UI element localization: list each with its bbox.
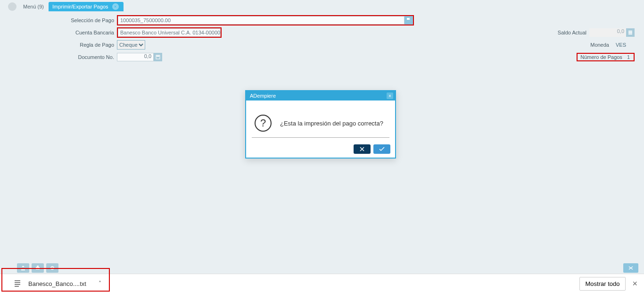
download-item[interactable]: Banesco_Banco....txt ˄ [7, 276, 108, 291]
svg-rect-2 [628, 33, 632, 34]
documento-no-input[interactable]: 0,0 [117, 53, 154, 61]
seleccion-pago-lookup-button[interactable] [405, 16, 413, 25]
calculator-icon [156, 55, 160, 59]
close-button[interactable] [623, 263, 638, 273]
saldo-actual-value: 0,0 [589, 28, 626, 37]
dialog-message: ¿Esta la impresión del pago correcta? [280, 120, 383, 127]
flag-icon [406, 18, 411, 23]
numero-pagos-value: 1 [627, 54, 630, 60]
confirm-dialog: ADempiere × ? ¿Esta la impresión del pag… [245, 90, 396, 159]
saldo-calc-button[interactable] [626, 28, 635, 37]
close-icon[interactable]: × [112, 3, 119, 10]
svg-rect-5 [36, 267, 40, 269]
x-icon [359, 146, 365, 152]
label-cuenta-bancaria: Cuenta Bancaria [9, 30, 117, 35]
cuenta-bancaria-input[interactable]: Banesco Banco Universal C.A. 0134-000000… [118, 28, 221, 37]
home-button[interactable] [8, 2, 17, 11]
print-button[interactable] [32, 263, 44, 273]
dialog-title: ADempiere [250, 93, 276, 99]
export-button[interactable] [17, 263, 29, 273]
download-bar: Banesco_Banco....txt ˄ Mostrar todo × [0, 274, 644, 293]
check-icon [379, 146, 385, 152]
svg-rect-1 [628, 32, 632, 33]
label-saldo-actual: Saldo Actual [558, 30, 589, 35]
ok-button[interactable] [373, 144, 390, 154]
svg-rect-6 [37, 266, 39, 267]
label-documento-no: Documento No. [9, 54, 117, 60]
label-moneda: Moneda [590, 42, 612, 48]
dialog-close-button[interactable]: × [387, 92, 393, 99]
tab-imprimir-exportar-pagos[interactable]: Imprimir/Exportar Pagos × [49, 2, 124, 11]
dialog-header[interactable]: ADempiere × [246, 91, 395, 100]
documento-calc-button[interactable] [154, 53, 162, 61]
chevron-up-icon[interactable]: ˄ [99, 280, 101, 287]
seleccion-pago-input[interactable]: 1000035_7500000.00 [118, 16, 405, 25]
close-icon [627, 265, 634, 271]
cancel-button[interactable] [354, 144, 371, 154]
database-icon [628, 30, 633, 35]
tab-menu[interactable]: Menú (9) [19, 2, 49, 11]
label-seleccion-pago: Selección de Pago [9, 17, 117, 23]
svg-rect-4 [157, 56, 159, 57]
svg-rect-0 [628, 31, 632, 32]
question-icon: ? [255, 115, 272, 132]
gear-icon [50, 265, 55, 271]
label-regla-pago: Regla de Pago [9, 42, 117, 48]
show-all-button[interactable]: Mostrar todo [579, 277, 626, 291]
close-download-bar-button[interactable]: × [632, 279, 637, 289]
regla-pago-select[interactable]: Cheque [117, 40, 145, 50]
label-numero-pagos: Número de Pagos [580, 54, 627, 60]
tab-label: Imprimir/Exportar Pagos [52, 4, 108, 9]
toolbar [0, 262, 644, 274]
moneda-value: VES [612, 42, 635, 48]
print-icon [35, 265, 41, 271]
svg-point-8 [52, 268, 53, 268]
download-filename: Banesco_Banco....txt [28, 280, 86, 287]
export-icon [20, 265, 26, 271]
settings-button[interactable] [46, 263, 58, 273]
file-icon [13, 279, 22, 288]
